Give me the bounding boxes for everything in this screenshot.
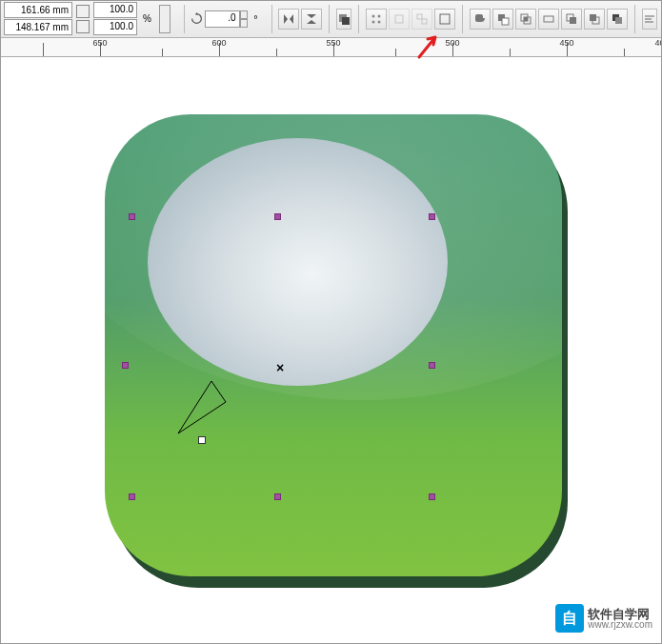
weld-button[interactable] bbox=[470, 9, 491, 30]
boundary-button[interactable] bbox=[607, 9, 628, 30]
watermark-badge-icon: 自 bbox=[555, 604, 584, 633]
svg-rect-7 bbox=[417, 14, 422, 19]
intersect-button[interactable] bbox=[515, 9, 536, 30]
speech-bubble-ellipse[interactable] bbox=[148, 138, 448, 386]
drawing-canvas[interactable]: × bbox=[0, 57, 662, 644]
shaping-group bbox=[469, 9, 629, 30]
selection-handle-e[interactable] bbox=[429, 362, 435, 369]
curve-node-handle[interactable] bbox=[198, 436, 206, 444]
lock-ratio-button[interactable] bbox=[159, 5, 171, 33]
scale-y-input[interactable]: 100.0 bbox=[93, 19, 137, 35]
mirror-vertical-button[interactable] bbox=[301, 9, 322, 30]
separator bbox=[329, 5, 330, 33]
width-icon bbox=[76, 5, 90, 18]
watermark-url: www.rjzxw.com bbox=[588, 620, 652, 630]
y-position-input[interactable]: 148.167 mm bbox=[4, 19, 72, 35]
separator bbox=[358, 5, 359, 33]
rotation-spinner[interactable] bbox=[240, 10, 249, 28]
to-front-button[interactable] bbox=[336, 9, 351, 30]
selection-handle-n[interactable] bbox=[274, 213, 281, 220]
icon-rounded-rect[interactable] bbox=[105, 114, 562, 576]
svg-rect-15 bbox=[544, 16, 553, 22]
svg-rect-17 bbox=[570, 17, 576, 24]
svg-rect-1 bbox=[342, 17, 350, 25]
align-group bbox=[365, 9, 456, 30]
selection-handle-se[interactable] bbox=[429, 493, 435, 500]
separator bbox=[184, 5, 185, 33]
degree-label: ° bbox=[253, 13, 257, 25]
front-minus-back-button[interactable] bbox=[561, 9, 582, 30]
svg-rect-6 bbox=[395, 15, 403, 23]
x-position-input[interactable]: 161.66 mm bbox=[4, 2, 72, 18]
mirror-horizontal-button[interactable] bbox=[278, 9, 299, 30]
svg-rect-8 bbox=[422, 19, 427, 24]
horizontal-ruler[interactable]: 650 600 550 500 450 400 bbox=[0, 38, 662, 57]
percent-label: % bbox=[143, 13, 151, 24]
scale-fields: 100.0 100.0 bbox=[93, 2, 137, 36]
rotate-icon bbox=[191, 10, 203, 28]
selection-handle-ne[interactable] bbox=[429, 213, 435, 220]
separator bbox=[271, 5, 272, 33]
ungroup-button[interactable] bbox=[366, 9, 387, 30]
back-minus-front-button[interactable] bbox=[584, 9, 605, 30]
align-distribute-button[interactable] bbox=[642, 9, 657, 30]
ungroup-all-button[interactable] bbox=[411, 9, 432, 30]
separator bbox=[634, 5, 635, 33]
speech-bubble-tail[interactable] bbox=[173, 381, 240, 448]
selection-handle-w[interactable] bbox=[122, 362, 129, 369]
svg-rect-14 bbox=[524, 17, 528, 21]
svg-point-4 bbox=[372, 20, 375, 23]
position-fields: 161.66 mm 148.167 mm bbox=[4, 2, 72, 36]
simplify-button[interactable] bbox=[538, 9, 559, 30]
svg-point-5 bbox=[378, 20, 381, 23]
selection-handle-sw[interactable] bbox=[129, 493, 135, 500]
selection-handle-nw[interactable] bbox=[129, 213, 135, 220]
selection-center-marker: × bbox=[276, 360, 284, 375]
rotation-input[interactable]: .0 bbox=[205, 10, 240, 28]
xy-icons bbox=[76, 4, 90, 34]
watermark: 自 软件自学网 www.rjzxw.com bbox=[555, 604, 652, 633]
svg-rect-11 bbox=[502, 18, 509, 25]
watermark-title: 软件自学网 bbox=[588, 608, 652, 620]
mirror-group bbox=[277, 9, 323, 30]
property-bar: 161.66 mm 148.167 mm 100.0 100.0 % .0 ° bbox=[0, 0, 662, 38]
combine-button[interactable] bbox=[434, 9, 455, 30]
svg-point-2 bbox=[372, 14, 375, 17]
scale-x-input[interactable]: 100.0 bbox=[93, 2, 137, 18]
group-button[interactable] bbox=[389, 9, 410, 30]
height-icon bbox=[76, 20, 90, 33]
svg-point-3 bbox=[378, 14, 381, 17]
svg-rect-9 bbox=[440, 14, 450, 24]
svg-rect-21 bbox=[615, 17, 622, 24]
selection-handle-s[interactable] bbox=[274, 493, 281, 500]
trim-button[interactable] bbox=[492, 9, 513, 30]
separator bbox=[462, 5, 463, 33]
